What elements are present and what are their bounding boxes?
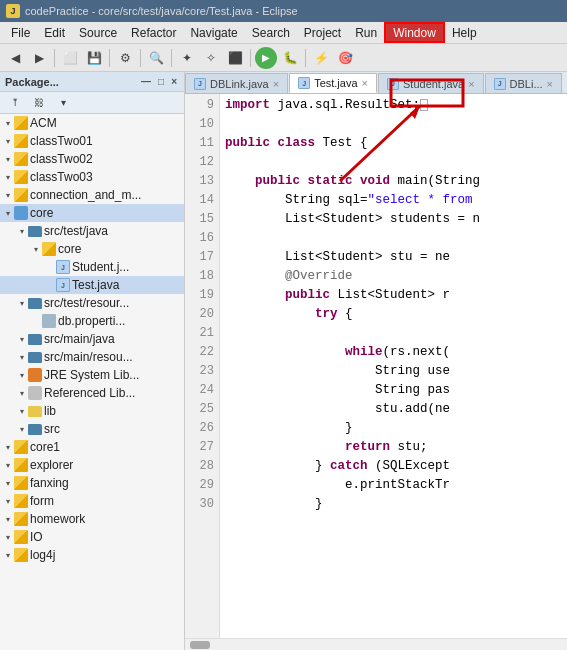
tree-item[interactable]: ▾src/test/resour...: [0, 294, 184, 312]
toolbar-ext3-btn[interactable]: ⬛: [224, 47, 246, 69]
code-line[interactable]: try {: [225, 305, 562, 324]
toolbar-run-btn[interactable]: ▶: [255, 47, 277, 69]
tree-item[interactable]: ▾form: [0, 492, 184, 510]
code-line[interactable]: }: [225, 419, 562, 438]
code-hscroll[interactable]: [185, 638, 567, 650]
code-line[interactable]: [225, 324, 562, 343]
code-area[interactable]: 9101112131415161718192021222324252627282…: [185, 94, 567, 638]
tree-item[interactable]: ▾fanxing: [0, 474, 184, 492]
menu-navigate[interactable]: Navigate: [183, 22, 244, 43]
menu-project[interactable]: Project: [297, 22, 348, 43]
tree-item[interactable]: ▾core: [0, 240, 184, 258]
code-line[interactable]: List<Student> students = n: [225, 210, 562, 229]
tree-item[interactable]: ▾src/main/resou...: [0, 348, 184, 366]
code-line[interactable]: String pas: [225, 381, 562, 400]
tree-label: connection_and_m...: [30, 188, 141, 202]
editor-tab[interactable]: JStudent.java×: [378, 73, 484, 93]
code-line[interactable]: e.printStackTr: [225, 476, 562, 495]
toolbar-ext-btn[interactable]: ✦: [176, 47, 198, 69]
code-line[interactable]: return stu;: [225, 438, 562, 457]
menu-refactor[interactable]: Refactor: [124, 22, 183, 43]
menu-window[interactable]: Window: [384, 22, 445, 43]
tree-arrow-icon: ▾: [16, 225, 28, 237]
panel-maximize-btn[interactable]: □: [156, 76, 166, 87]
tree-arrow-icon: ▾: [2, 477, 14, 489]
tree-arrow-icon: ▾: [16, 333, 28, 345]
panel-minimize-btn[interactable]: —: [139, 76, 153, 87]
tree-item[interactable]: ▾IO: [0, 528, 184, 546]
toolbar-search-btn[interactable]: 🔍: [145, 47, 167, 69]
editor-tab[interactable]: JDBLi...×: [485, 73, 562, 93]
tree-item[interactable]: ▾core1: [0, 438, 184, 456]
menu-file[interactable]: File: [4, 22, 37, 43]
pkg-menu-btn[interactable]: ▾: [52, 92, 74, 114]
menu-search[interactable]: Search: [245, 22, 297, 43]
toolbar-forward-btn[interactable]: ▶: [28, 47, 50, 69]
tree-item[interactable]: ▾explorer: [0, 456, 184, 474]
code-content[interactable]: import java.sql.ResultSet;public class T…: [220, 94, 567, 638]
toolbar-misc-btn[interactable]: ⚡: [310, 47, 332, 69]
toolbar-back-btn[interactable]: ◀: [4, 47, 26, 69]
pkg-collapse-btn[interactable]: ⤒: [4, 92, 26, 114]
menu-source[interactable]: Source: [72, 22, 124, 43]
package-tree[interactable]: ▾ACM▾classTwo01▾classTwo02▾classTwo03▾co…: [0, 114, 184, 650]
tab-close-btn[interactable]: ×: [362, 77, 368, 89]
tree-item[interactable]: ▾core: [0, 204, 184, 222]
code-line[interactable]: import java.sql.ResultSet;: [225, 96, 562, 115]
tree-item[interactable]: ▾ACM: [0, 114, 184, 132]
toolbar-save-btn[interactable]: 💾: [83, 47, 105, 69]
code-line[interactable]: public List<Student> r: [225, 286, 562, 305]
tree-item[interactable]: ▾homework: [0, 510, 184, 528]
tree-item[interactable]: ▾JRE System Lib...: [0, 366, 184, 384]
tree-item[interactable]: ▾classTwo01: [0, 132, 184, 150]
code-line[interactable]: public static void main(String: [225, 172, 562, 191]
project-icon: [14, 206, 28, 220]
code-line[interactable]: } catch (SQLExcept: [225, 457, 562, 476]
tree-item[interactable]: db.properti...: [0, 312, 184, 330]
editor-tab[interactable]: JDBLink.java×: [185, 73, 288, 93]
main-area: Package... — □ × ⤒ ⛓ ▾ ▾ACM▾classTwo01▾c…: [0, 72, 567, 650]
hscroll-thumb[interactable]: [190, 641, 210, 649]
code-line[interactable]: }: [225, 495, 562, 514]
toolbar-ext2-btn[interactable]: ✧: [200, 47, 222, 69]
toolbar-new-btn[interactable]: ⬜: [59, 47, 81, 69]
tree-item[interactable]: ▾classTwo02: [0, 150, 184, 168]
code-line[interactable]: List<Student> stu = ne: [225, 248, 562, 267]
toolbar-settings-btn[interactable]: ⚙: [114, 47, 136, 69]
code-line[interactable]: String sql="select * from: [225, 191, 562, 210]
tree-item[interactable]: ▾log4j: [0, 546, 184, 564]
code-line[interactable]: [225, 229, 562, 248]
tree-arrow-icon: ▾: [2, 549, 14, 561]
code-line[interactable]: [225, 153, 562, 172]
tree-item[interactable]: ▾src: [0, 420, 184, 438]
panel-close-btn[interactable]: ×: [169, 76, 179, 87]
tree-item[interactable]: ▾src/main/java: [0, 330, 184, 348]
tree-item[interactable]: ▾classTwo03: [0, 168, 184, 186]
editor-tab[interactable]: JTest.java×: [289, 73, 377, 93]
menu-help[interactable]: Help: [445, 22, 484, 43]
code-line[interactable]: while(rs.next(: [225, 343, 562, 362]
tree-item[interactable]: ▾connection_and_m...: [0, 186, 184, 204]
code-line[interactable]: stu.add(ne: [225, 400, 562, 419]
tree-item[interactable]: JTest.java: [0, 276, 184, 294]
tree-arrow-icon: [44, 261, 56, 273]
tree-label: JRE System Lib...: [44, 368, 139, 382]
tab-close-btn[interactable]: ×: [468, 78, 474, 90]
code-line[interactable]: String use: [225, 362, 562, 381]
code-line[interactable]: @Override: [225, 267, 562, 286]
menu-edit[interactable]: Edit: [37, 22, 72, 43]
tree-item[interactable]: JStudent.j...: [0, 258, 184, 276]
tab-java-icon: J: [387, 78, 399, 90]
tree-item[interactable]: ▾src/test/java: [0, 222, 184, 240]
pkg-link-btn[interactable]: ⛓: [28, 92, 50, 114]
tree-item[interactable]: ▾lib: [0, 402, 184, 420]
tree-item[interactable]: ▾Referenced Lib...: [0, 384, 184, 402]
toolbar-debug-btn[interactable]: 🐛: [279, 47, 301, 69]
menu-run[interactable]: Run: [348, 22, 384, 43]
code-line[interactable]: [225, 115, 562, 134]
code-line[interactable]: public class Test {: [225, 134, 562, 153]
tab-close-btn[interactable]: ×: [547, 78, 553, 90]
package-icon: [14, 530, 28, 544]
toolbar-misc2-btn[interactable]: 🎯: [334, 47, 356, 69]
tab-close-btn[interactable]: ×: [273, 78, 279, 90]
